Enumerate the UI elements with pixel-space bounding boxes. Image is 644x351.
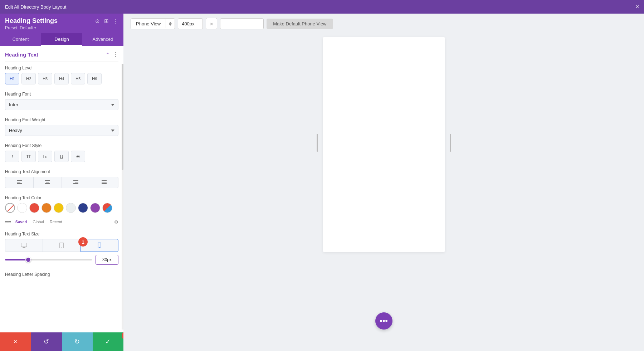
heading-text-size-label: Heading Text Size: [5, 231, 118, 237]
heading-level-h4[interactable]: H4: [54, 73, 69, 84]
text-size-slider[interactable]: [5, 259, 92, 260]
save-button[interactable]: ✓: [93, 332, 123, 351]
resize-handle-left[interactable]: [317, 134, 318, 152]
text-size-input[interactable]: [96, 255, 118, 265]
font-style-italic[interactable]: I: [5, 151, 19, 162]
resize-handle-right[interactable]: [450, 134, 451, 152]
svg-rect-10: [73, 183, 78, 184]
top-bar: Edit All Directory Body Layout ×: [0, 0, 644, 14]
heading-text-size-group: Heading Text Size: [0, 228, 123, 268]
heading-font-group: Heading Font Inter: [0, 88, 123, 114]
heading-level-h5[interactable]: H5: [71, 73, 85, 84]
color-tabs-row: ••• Saved Global Recent ⚙: [0, 219, 123, 228]
heading-font-style-group: Heading Font Style I TT Tr U S: [0, 140, 123, 166]
more-dots-icon[interactable]: ⋮: [113, 18, 118, 24]
section-title: Heading Text: [5, 52, 38, 58]
svg-rect-5: [46, 182, 49, 182]
color-swatch-yellow[interactable]: [54, 203, 64, 213]
redo-button[interactable]: ↻: [62, 332, 93, 351]
main-layout: Heading Settings ⊙ ⊞ ⋮ Preset: Default ▾…: [0, 14, 644, 351]
settings-icon[interactable]: ⊙: [95, 18, 100, 24]
color-tab-global[interactable]: Global: [31, 219, 45, 225]
preset-caret[interactable]: ▾: [34, 26, 36, 30]
svg-rect-14: [102, 183, 107, 184]
color-swatch-red[interactable]: [29, 203, 39, 213]
empty-input[interactable]: [220, 18, 264, 29]
color-swatches-row: [5, 203, 118, 213]
svg-rect-18: [22, 248, 26, 248]
tab-design[interactable]: Design: [41, 33, 82, 46]
heading-letter-spacing-label: Heading Letter Spacing: [5, 272, 118, 277]
sidebar-header-icons: ⊙ ⊞ ⋮: [95, 18, 118, 24]
top-bar-title: Edit All Directory Body Layout: [5, 4, 66, 10]
sidebar-header: Heading Settings ⊙ ⊞ ⋮ Preset: Default ▾: [0, 14, 123, 33]
color-more-dots[interactable]: •••: [5, 219, 11, 225]
undo-button[interactable]: ↺: [31, 332, 62, 351]
heading-font-weight-group: Heading Font Weight Heavy: [0, 114, 123, 140]
svg-rect-4: [45, 180, 50, 181]
color-settings-icon[interactable]: ⚙: [114, 219, 118, 225]
sidebar-title: Heading Settings: [5, 17, 58, 25]
svg-rect-12: [102, 180, 107, 181]
align-right[interactable]: [62, 177, 90, 188]
font-style-bold[interactable]: TT: [21, 151, 36, 162]
fab-button[interactable]: •••: [375, 312, 392, 330]
px-value-input[interactable]: [178, 18, 203, 29]
align-justify[interactable]: [90, 177, 118, 188]
close-x-button[interactable]: ×: [206, 18, 217, 29]
color-tab-recent[interactable]: Recent: [48, 219, 64, 225]
color-tab-saved[interactable]: Saved: [14, 219, 28, 225]
size-device-desktop[interactable]: [5, 239, 43, 252]
phone-view-arrows[interactable]: [166, 19, 175, 28]
font-style-caps[interactable]: Tr: [38, 151, 52, 162]
close-button[interactable]: ×: [636, 4, 639, 10]
svg-rect-13: [102, 182, 107, 182]
tab-advanced[interactable]: Advanced: [82, 33, 123, 46]
heading-text-alignment-group: Heading Text Alignment: [0, 166, 123, 192]
color-swatch-white[interactable]: [17, 203, 27, 213]
heading-level-buttons: H1 H2 H3 H4 H5 H6: [5, 73, 118, 84]
svg-rect-8: [73, 180, 78, 181]
heading-font-weight-select[interactable]: Heavy: [5, 125, 118, 136]
size-device-buttons: [5, 239, 118, 252]
color-swatch-transparent[interactable]: [5, 203, 15, 213]
heading-level-h1[interactable]: H1: [5, 73, 19, 84]
heading-text-alignment-buttons: [5, 177, 118, 188]
color-swatch-orange[interactable]: [42, 203, 52, 213]
svg-rect-6: [45, 183, 50, 184]
size-device-tablet[interactable]: [43, 239, 80, 252]
heading-font-style-label: Heading Font Style: [5, 143, 118, 148]
tab-content[interactable]: Content: [0, 33, 41, 46]
preview-toolbar: Phone View × Make Default Phone View: [123, 14, 644, 34]
heading-font-label: Heading Font: [5, 92, 118, 97]
svg-point-22: [99, 247, 100, 248]
heading-font-select[interactable]: Inter: [5, 99, 118, 110]
color-swatch-custom[interactable]: [102, 203, 112, 213]
heading-level-h2[interactable]: H2: [21, 73, 36, 84]
svg-rect-16: [21, 243, 27, 247]
cancel-button[interactable]: ×: [0, 332, 31, 351]
color-swatch-light[interactable]: [66, 203, 76, 213]
sidebar-content: Heading Text ⌃ ⋮ Heading Level H1 H2 H3 …: [0, 46, 123, 351]
align-left[interactable]: [5, 177, 34, 188]
align-center[interactable]: [33, 177, 62, 188]
heading-level-group: Heading Level H1 H2 H3 H4 H5 H6: [0, 62, 123, 88]
phone-view-select: Phone View: [131, 18, 175, 29]
section-header-icons: ⌃ ⋮: [106, 51, 118, 58]
font-style-underline[interactable]: U: [54, 151, 69, 162]
sidebar: Heading Settings ⊙ ⊞ ⋮ Preset: Default ▾…: [0, 14, 123, 351]
preview-canvas: [323, 37, 445, 252]
section-collapse-icon[interactable]: ⌃: [106, 52, 110, 58]
section-options-icon[interactable]: ⋮: [113, 51, 118, 58]
svg-rect-0: [17, 180, 22, 181]
heading-level-h6[interactable]: H6: [87, 73, 102, 84]
make-default-phone-button[interactable]: Make Default Phone View: [267, 19, 333, 29]
color-swatch-purple[interactable]: [90, 203, 100, 213]
heading-font-style-buttons: I TT Tr U S: [5, 151, 118, 162]
columns-icon[interactable]: ⊞: [104, 18, 109, 24]
heading-text-color-group: Heading Text Color: [0, 192, 123, 219]
font-style-strikethrough[interactable]: S: [71, 151, 85, 162]
phone-view-label: Phone View: [131, 19, 166, 29]
color-swatch-blue[interactable]: [78, 203, 88, 213]
heading-level-h3[interactable]: H3: [38, 73, 52, 84]
